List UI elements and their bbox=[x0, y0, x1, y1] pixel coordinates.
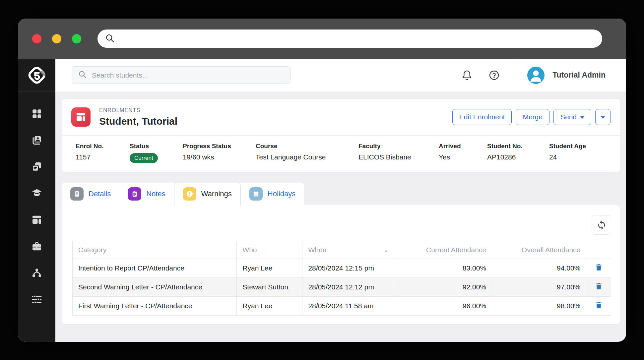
sidebar-item-students[interactable] bbox=[30, 135, 43, 146]
trash-icon bbox=[595, 282, 603, 290]
help-button[interactable] bbox=[488, 69, 500, 82]
app-logo[interactable] bbox=[18, 59, 55, 92]
delete-warning-button[interactable] bbox=[586, 278, 611, 297]
chevron-down-icon bbox=[580, 116, 584, 119]
page-content: ENROLMENTS Student, Tutorial Edit Enrolm… bbox=[55, 91, 626, 342]
browser-chrome bbox=[18, 19, 626, 59]
bell-icon bbox=[461, 69, 473, 81]
sidebar-item-enrolments[interactable] bbox=[30, 214, 43, 225]
field-enrol-no: Enrol No. 1157 bbox=[76, 143, 130, 163]
enrolments-icon bbox=[71, 107, 91, 127]
column-header-category[interactable]: Category bbox=[73, 241, 237, 259]
nodes-icon bbox=[31, 267, 42, 278]
field-status: Status Current bbox=[130, 143, 183, 163]
tab-warnings[interactable]: Warnings bbox=[174, 183, 241, 205]
merge-button[interactable]: Merge bbox=[516, 109, 549, 125]
tab-details[interactable]: Details bbox=[62, 183, 119, 205]
warnings-table: Category Who When bbox=[72, 241, 611, 316]
field-faculty: Faculty ELICOS Bisbane bbox=[358, 143, 439, 163]
sidebar-item-courses[interactable] bbox=[30, 188, 43, 199]
sidebar bbox=[18, 59, 55, 342]
address-search-icon bbox=[105, 33, 115, 44]
column-header-who[interactable]: Who bbox=[237, 241, 302, 259]
chevron-down-icon bbox=[601, 116, 605, 119]
column-header-actions bbox=[586, 241, 611, 259]
table-row: First Warning Letter - CP/Attendance Rya… bbox=[73, 297, 611, 316]
enrolment-fields: Enrol No. 1157 Status Current Progress S… bbox=[62, 136, 620, 172]
status-badge: Current bbox=[130, 153, 158, 163]
refresh-button[interactable] bbox=[592, 215, 611, 235]
sidebar-item-workflows[interactable] bbox=[30, 267, 43, 278]
more-actions-button[interactable] bbox=[595, 109, 611, 125]
tab-holidays[interactable]: Holidays bbox=[241, 183, 304, 205]
help-icon bbox=[488, 69, 500, 81]
field-progress-status: Progress Status 19/60 wks bbox=[183, 143, 256, 163]
layout-icon bbox=[31, 214, 42, 225]
briefcase-icon bbox=[31, 241, 42, 252]
enrolment-card: ENROLMENTS Student, Tutorial Edit Enrolm… bbox=[62, 98, 620, 172]
delete-warning-button[interactable] bbox=[586, 259, 611, 278]
zoom-window-button[interactable] bbox=[72, 34, 81, 43]
calendar-icon bbox=[249, 187, 263, 201]
sidebar-item-dashboard[interactable] bbox=[30, 108, 43, 119]
document-icon bbox=[70, 187, 84, 201]
sidebar-item-settings[interactable] bbox=[30, 294, 43, 305]
sort-desc-icon bbox=[383, 247, 389, 253]
dashboard-grid-icon bbox=[31, 108, 42, 119]
address-bar[interactable] bbox=[97, 30, 602, 48]
sliders-icon bbox=[31, 294, 42, 305]
refresh-icon bbox=[597, 220, 607, 230]
trash-icon bbox=[595, 301, 603, 309]
table-row: Second Warning Letter - CP/Attendance St… bbox=[73, 278, 611, 297]
trash-icon bbox=[595, 263, 603, 271]
search-icon bbox=[78, 70, 87, 80]
field-student-no: Student No. AP10286 bbox=[487, 143, 549, 163]
column-header-overall-attendance[interactable]: Overall Attendance bbox=[492, 241, 586, 259]
student-card-icon bbox=[31, 135, 42, 146]
minimize-window-button[interactable] bbox=[52, 34, 61, 43]
browser-window: Tutorial Admin bbox=[18, 19, 626, 342]
graduation-cap-icon bbox=[31, 188, 42, 199]
documents-icon bbox=[31, 161, 42, 172]
app-header: Tutorial Admin bbox=[55, 59, 626, 91]
warning-icon bbox=[183, 187, 196, 201]
traffic-lights bbox=[32, 34, 81, 43]
field-course: Course Test Language Course bbox=[256, 143, 358, 163]
tab-notes[interactable]: Notes bbox=[119, 183, 174, 205]
student-no-link[interactable]: AP10286 bbox=[487, 153, 549, 161]
clipboard-icon bbox=[128, 187, 141, 201]
warnings-panel: Category Who When bbox=[62, 205, 620, 325]
field-student-age: Student Age 24 bbox=[549, 143, 586, 163]
search-input[interactable] bbox=[92, 71, 284, 79]
notifications-button[interactable] bbox=[461, 69, 473, 82]
enrolment-actions: Edit Enrolment Merge Send bbox=[452, 109, 611, 125]
send-button[interactable]: Send bbox=[553, 109, 591, 125]
close-window-button[interactable] bbox=[32, 34, 41, 43]
field-arrived: Arrived Yes bbox=[439, 143, 487, 163]
sidebar-nav bbox=[18, 92, 55, 342]
table-header-row: Category Who When bbox=[73, 241, 611, 259]
edit-enrolment-button[interactable]: Edit Enrolment bbox=[452, 109, 512, 125]
table-row: Intention to Report CP/Attendance Ryan L… bbox=[73, 259, 611, 278]
page-title: Student, Tutorial bbox=[99, 116, 177, 127]
avatar bbox=[527, 67, 545, 84]
column-header-current-attendance[interactable]: Current Attendance bbox=[395, 241, 492, 259]
section-label: ENROLMENTS bbox=[99, 107, 177, 114]
enrolment-tabs: Details Notes bbox=[62, 183, 304, 205]
user-menu[interactable]: Tutorial Admin bbox=[514, 67, 626, 84]
student-search[interactable] bbox=[72, 66, 290, 84]
sidebar-item-services[interactable] bbox=[30, 241, 43, 252]
user-name: Tutorial Admin bbox=[552, 71, 606, 80]
column-header-when[interactable]: When bbox=[302, 241, 395, 259]
sidebar-item-documents[interactable] bbox=[30, 161, 43, 172]
delete-warning-button[interactable] bbox=[586, 297, 611, 316]
